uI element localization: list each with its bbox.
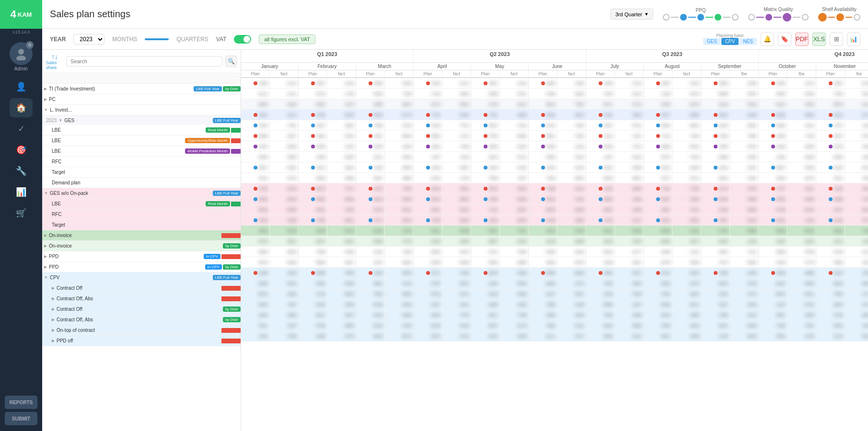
list-item[interactable]: ▶ Contract Off by Distr (42, 304, 241, 315)
data-cell[interactable]: 9062 (672, 120, 701, 130)
data-cell[interactable]: 1297 (414, 152, 442, 162)
data-cell[interactable]: 2393 (730, 268, 759, 278)
data-cell[interactable]: 1940 (816, 183, 845, 193)
data-cell[interactable]: 4044 (557, 247, 586, 257)
data-cell[interactable]: 5227 (529, 289, 557, 299)
bell-icon[interactable]: 🔔 (761, 33, 774, 46)
data-cell[interactable]: 2345 (586, 78, 615, 88)
data-cell[interactable]: 7112 (730, 247, 759, 257)
data-cell[interactable]: 6122 (845, 99, 868, 109)
data-cell[interactable]: 2848 (644, 247, 672, 257)
data-cell[interactable]: 9455 (759, 89, 787, 99)
data-cell[interactable]: 3918 (730, 299, 759, 309)
data-cell[interactable]: 4527 (270, 131, 299, 141)
data-cell[interactable]: 2327 (414, 299, 442, 309)
data-cell[interactable]: 6829 (557, 268, 586, 278)
data-cell[interactable]: 3089 (356, 99, 385, 109)
data-cell[interactable]: 9542 (529, 194, 557, 204)
data-cell[interactable]: 8292 (586, 247, 615, 257)
data-cell[interactable]: 8196 (701, 194, 730, 204)
data-cell[interactable]: 1344 (730, 236, 759, 246)
data-cell[interactable]: 6819 (586, 320, 615, 330)
data-cell[interactable]: 8876 (759, 289, 787, 299)
data-cell[interactable]: 5936 (385, 310, 414, 320)
data-cell[interactable]: 6916 (787, 226, 816, 236)
list-item[interactable]: RFC (42, 209, 241, 220)
data-cell[interactable]: 6484 (500, 268, 529, 278)
data-cell[interactable]: 5271 (845, 110, 868, 120)
data-cell[interactable]: 4836 (500, 110, 529, 120)
data-cell[interactable]: 9830 (299, 99, 327, 109)
list-item[interactable]: Target (42, 167, 241, 178)
data-cell[interactable]: 7528 (557, 131, 586, 141)
data-cell[interactable]: 4881 (356, 278, 385, 288)
data-cell[interactable]: 6414 (615, 89, 644, 99)
list-item[interactable]: ▶ Contract Off, Abs (42, 294, 241, 304)
data-cell[interactable]: 6708 (299, 320, 327, 330)
data-cell[interactable]: 1844 (241, 310, 270, 320)
data-cell[interactable]: 1639 (845, 152, 868, 162)
data-cell[interactable]: 7362 (557, 99, 586, 109)
data-cell[interactable]: 5702 (730, 141, 759, 151)
data-cell[interactable]: 5465 (241, 152, 270, 162)
data-cell[interactable]: 8446 (414, 183, 442, 193)
data-cell[interactable]: 5484 (759, 120, 787, 130)
data-cell[interactable]: 6321 (586, 226, 615, 236)
data-cell[interactable]: 6988 (701, 152, 730, 162)
data-cell[interactable]: 2212 (615, 331, 644, 341)
data-cell[interactable]: 2962 (586, 268, 615, 278)
data-cell[interactable]: 9450 (730, 99, 759, 109)
data-cell[interactable]: 8791 (615, 120, 644, 130)
data-cell[interactable]: 2345 (414, 78, 442, 88)
data-cell[interactable]: 4268 (270, 215, 299, 225)
list-item[interactable]: ▶ PPD off (42, 336, 241, 346)
data-cell[interactable]: 1048 (615, 204, 644, 215)
data-cell[interactable]: 4553 (759, 331, 787, 341)
data-cell[interactable]: 1307 (270, 320, 299, 330)
data-cell[interactable]: 3529 (759, 173, 787, 183)
data-cell[interactable]: 9947 (241, 162, 270, 172)
data-cell[interactable]: 9753 (327, 331, 356, 341)
data-cell[interactable]: 2345 (241, 78, 270, 88)
data-cell[interactable]: 6638 (529, 247, 557, 257)
data-cell[interactable]: 2146 (327, 141, 356, 151)
data-cell[interactable]: 4042 (730, 215, 759, 225)
data-cell[interactable]: 4730 (299, 289, 327, 299)
data-cell[interactable]: 2787 (414, 278, 442, 288)
data-cell[interactable]: 6722 (299, 89, 327, 99)
data-cell[interactable]: 1759 (327, 89, 356, 99)
data-cell[interactable]: 7090 (500, 247, 529, 257)
data-cell[interactable]: 9233 (270, 183, 299, 193)
data-cell[interactable]: 6418 (414, 120, 442, 130)
data-cell[interactable]: 4889 (787, 268, 816, 278)
data-cell[interactable]: 5865 (500, 131, 529, 141)
sidebar-item-people[interactable]: 👤 (10, 77, 33, 96)
data-cell[interactable]: 6826 (759, 110, 787, 120)
data-cell[interactable]: 4016 (356, 320, 385, 330)
data-cell[interactable]: 9186 (270, 99, 299, 109)
data-cell[interactable]: 7020 (672, 152, 701, 162)
data-cell[interactable]: 2234 (672, 78, 701, 88)
data-cell[interactable]: 8636 (787, 152, 816, 162)
data-cell[interactable]: 7115 (644, 131, 672, 141)
data-cell[interactable]: 6020 (759, 194, 787, 204)
data-cell[interactable]: 5558 (270, 141, 299, 151)
data-cell[interactable]: 4842 (672, 289, 701, 299)
data-cell[interactable]: 8062 (557, 173, 586, 183)
data-cell[interactable]: 3847 (356, 173, 385, 183)
data-cell[interactable]: 7853 (241, 215, 270, 225)
data-cell[interactable]: 9289 (787, 141, 816, 151)
data-cell[interactable]: 2234 (845, 78, 868, 88)
data-cell[interactable]: 4331 (356, 131, 385, 141)
data-cell[interactable]: 4607 (327, 310, 356, 320)
list-item[interactable]: ▶ PC (42, 94, 241, 105)
list-item[interactable]: ▶ On-top of contract (42, 325, 241, 336)
data-cell[interactable]: 9150 (442, 320, 471, 330)
data-cell[interactable]: 9622 (442, 204, 471, 215)
data-cell[interactable]: 1089 (672, 310, 701, 320)
data-cell[interactable]: 8578 (241, 289, 270, 299)
data-cell[interactable]: 6179 (500, 320, 529, 330)
data-cell[interactable]: 3629 (385, 268, 414, 278)
data-cell[interactable]: 7305 (759, 320, 787, 330)
data-cell[interactable]: 3857 (759, 310, 787, 320)
